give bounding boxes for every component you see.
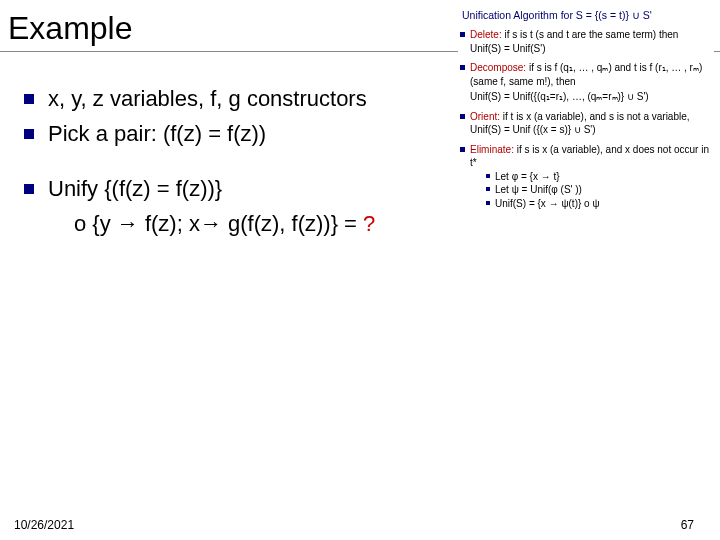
ref-sub-text: Unif(S) = {x → ψ(t)} o ψ [495,197,600,211]
bullet-square-icon [460,114,465,119]
ref-keyword: Decompose: [470,62,526,73]
ref-keyword: Orient: [470,111,500,122]
bullet-square-icon [460,65,465,70]
ref-keyword: Delete: [470,29,502,40]
question-mark: ? [363,211,375,236]
bullet-square-icon [486,174,490,178]
ref-elim-sub3: Unif(S) = {x → ψ(t)} o ψ [486,197,712,211]
bullet-square-icon [460,147,465,152]
ref-delete: Delete: if s is t (s and t are the same … [460,28,712,55]
ref-text: if t is x (a variable), and s is not a v… [470,111,690,136]
footer-date: 10/26/2021 [14,518,74,532]
bullet-square-icon [24,129,34,139]
bullet-text: x, y, z variables, f, g constructors [48,82,367,115]
ref-elim-sub1: Let φ = {x → t} [486,170,712,184]
ref-decompose: Decompose: if s is f (q₁, … , qₘ) and t … [460,61,712,104]
bullet-square-icon [24,184,34,194]
bullet-square-icon [486,187,490,191]
sub-text: o {y → f(z); x→ g(f(z), f(z))} = [74,211,363,236]
ref-decompose-sub: Unif(S) = Unif({(q₁=r₁), …, (qₘ=rₘ)} ∪ S… [470,90,712,104]
bullet-text: Unify {(f(z) = f(z))} [48,172,222,205]
ref-keyword: Eliminate: [470,144,514,155]
footer-page-number: 67 [681,518,694,532]
bullet-square-icon [486,201,490,205]
ref-elim-sub2: Let ψ = Unif(φ (S' )) [486,183,712,197]
reference-panel: Unification Algorithm for S = {(s = t)} … [458,6,714,220]
ref-orient: Orient: if t is x (a variable), and s is… [460,110,712,137]
bullet-square-icon [24,94,34,104]
ref-sub-text: Let φ = {x → t} [495,170,560,184]
bullet-square-icon [460,32,465,37]
ref-text: if s is t (s and t are the same term) th… [470,29,678,54]
ref-sub-text: Let ψ = Unif(φ (S' )) [495,183,582,197]
bullet-text: Pick a pair: (f(z) = f(z)) [48,117,266,150]
ref-title: Unification Algorithm for S = {(s = t)} … [460,8,712,22]
ref-eliminate: Eliminate: if s is x (a variable), and x… [460,143,712,211]
